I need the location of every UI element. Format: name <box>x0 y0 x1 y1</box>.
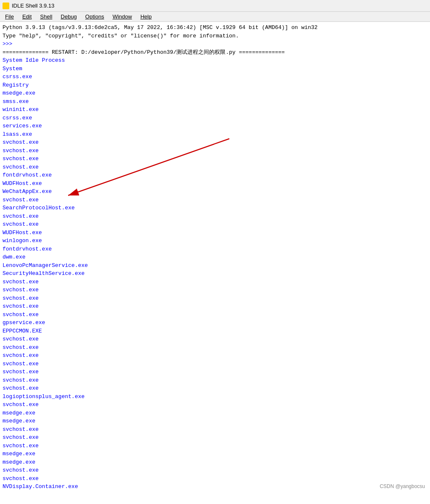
output-line: services.exe <box>3 122 427 130</box>
menu-item-help[interactable]: Help <box>137 13 155 21</box>
menu-item-options[interactable]: Options <box>82 13 108 21</box>
menu-item-shell[interactable]: Shell <box>37 13 56 21</box>
output-line: svchost.exe <box>3 294 427 303</box>
content-area: Python 3.9.13 (tags/v3.9.13:6de2ca5, May… <box>0 22 430 493</box>
output-line: svchost.exe <box>3 147 427 155</box>
output-line: svchost.exe <box>3 212 427 221</box>
output-line: svchost.exe <box>3 401 427 409</box>
output-line: dwm.exe <box>3 253 427 261</box>
output-line: svchost.exe <box>3 351 427 360</box>
output-line: EPPCCMON.EXE <box>3 327 427 335</box>
title-bar: IDLE Shell 3.9.13 <box>0 0 430 12</box>
output-line: svchost.exe <box>3 163 427 172</box>
output-line: Python 3.9.13 (tags/v3.9.13:6de2ca5, May… <box>3 24 427 32</box>
output-line: svchost.exe <box>3 466 427 475</box>
output-line: svchost.exe <box>3 384 427 393</box>
output-line: Registry <box>3 81 427 90</box>
output-line: >>> <box>3 40 427 48</box>
menu-item-window[interactable]: Window <box>109 13 135 21</box>
output-line: svchost.exe <box>3 368 427 376</box>
app-icon <box>3 3 9 9</box>
output-line: csrss.exe <box>3 73 427 81</box>
output-line: msedge.exe <box>3 409 427 417</box>
output-line: svchost.exe <box>3 311 427 319</box>
output-line: WUDFHost.exe <box>3 229 427 237</box>
output-line: lsass.exe <box>3 130 427 139</box>
output-line: csrss.exe <box>3 114 427 122</box>
menu-item-debug[interactable]: Debug <box>57 13 80 21</box>
output-line: svchost.exe <box>3 442 427 450</box>
output-line: msedge.exe <box>3 450 427 458</box>
window-title: IDLE Shell 3.9.13 <box>12 3 54 9</box>
output-line: msedge.exe <box>3 89 427 98</box>
output-line: svchost.exe <box>3 196 427 204</box>
output-line: WeChatAppEx.exe <box>3 187 427 196</box>
output-line: svchost.exe <box>3 220 427 229</box>
menu-item-edit[interactable]: Edit <box>19 13 35 21</box>
output-line: msedge.exe <box>3 417 427 425</box>
output-line: svchost.exe <box>3 360 427 368</box>
output-line: LenovoPcManagerService.exe <box>3 261 427 270</box>
output-line: svchost.exe <box>3 343 427 352</box>
output-line: svchost.exe <box>3 475 427 483</box>
menu-bar: FileEditShellDebugOptionsWindowHelp <box>0 12 430 22</box>
output-line: logioptionsplus_agent.exe <box>3 393 427 401</box>
output-line: gpservice.exe <box>3 319 427 327</box>
output-line: System Idle Process <box>3 56 427 65</box>
output-line: SearchProtocolHost.exe <box>3 204 427 212</box>
output-line: msedge.exe <box>3 458 427 467</box>
output-line: svchost.exe <box>3 155 427 163</box>
watermark: CSDN @yangbocsu <box>380 483 425 489</box>
output-line: svchost.exe <box>3 138 427 147</box>
output-line: fontdrvhost.exe <box>3 171 427 179</box>
output-line: svchost.exe <box>3 335 427 343</box>
output-line: Type "help", "copyright", "credits" or "… <box>3 32 427 40</box>
output-line: SecurityHealthService.exe <box>3 269 427 278</box>
output-line: svchost.exe <box>3 302 427 311</box>
output-line: winlogon.exe <box>3 237 427 245</box>
output-line: svchost.exe <box>3 425 427 434</box>
output-line: System <box>3 65 427 73</box>
output-line: smss.exe <box>3 98 427 106</box>
output-line: wininit.exe <box>3 106 427 114</box>
output-line: fontdrvhost.exe <box>3 245 427 253</box>
output-line: svchost.exe <box>3 278 427 286</box>
output-line: svchost.exe <box>3 433 427 442</box>
output-line: NVDisplay.Container.exe <box>3 483 427 491</box>
output-line: svchost.exe <box>3 286 427 294</box>
output-line: WUDFHost.exe <box>3 179 427 188</box>
output-line: ============== RESTART: D:/developer/Pyt… <box>3 48 427 57</box>
menu-item-file[interactable]: File <box>2 13 17 21</box>
output-line: svchost.exe <box>3 376 427 385</box>
